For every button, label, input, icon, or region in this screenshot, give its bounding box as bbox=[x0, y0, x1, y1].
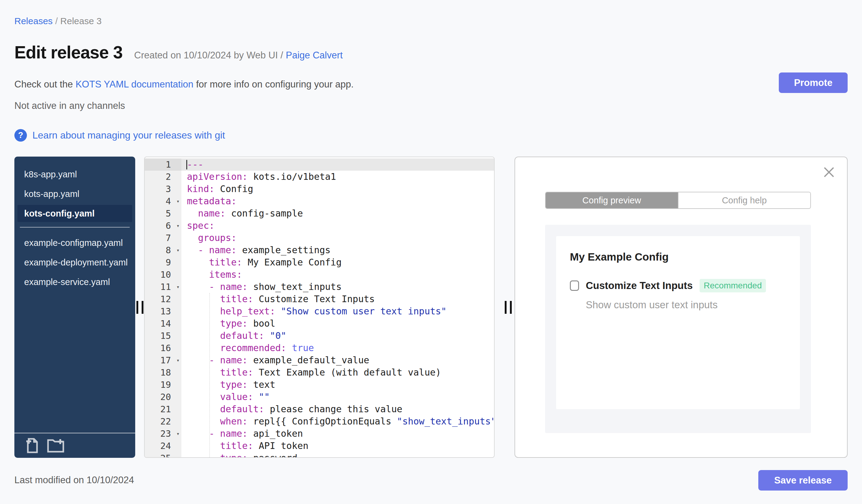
fold-arrow-icon[interactable]: ▾ bbox=[177, 220, 180, 232]
line-number: 10 bbox=[145, 268, 181, 281]
code-text: --- bbox=[181, 158, 494, 171]
config-preview-area: My Example Config Customize Text Inputs … bbox=[545, 225, 811, 433]
created-author-link[interactable]: Paige Calvert bbox=[286, 50, 343, 61]
line-number: 24 bbox=[145, 440, 181, 452]
promote-button[interactable]: Promote bbox=[779, 72, 848, 93]
code-line-21[interactable]: 21 default: please change this value bbox=[145, 403, 494, 415]
code-text: name: config-sample bbox=[181, 207, 494, 220]
code-line-10[interactable]: 10 items: bbox=[145, 268, 494, 281]
file-list-top: k8s-app.yamlkots-app.yamlkots-config.yam… bbox=[14, 166, 135, 222]
code-line-13[interactable]: 13 help_text: "Show custom user text inp… bbox=[145, 305, 494, 317]
code-text: when: repl{{ ConfigOptionEquals "show_te… bbox=[181, 415, 495, 427]
code-text: apiVersion: kots.io/v1beta1 bbox=[181, 171, 494, 183]
file-item-example-deployment.yaml[interactable]: example-deployment.yaml bbox=[17, 254, 132, 271]
config-group-card: My Example Config Customize Text Inputs … bbox=[556, 236, 800, 409]
channels-status: Not active in any channels bbox=[14, 100, 125, 111]
code-text: spec: bbox=[181, 220, 494, 232]
line-number: 5 bbox=[145, 207, 181, 220]
file-item-kots-config.yaml[interactable]: kots-config.yaml bbox=[17, 205, 132, 222]
code-line-16[interactable]: 16 recommended: true bbox=[145, 342, 494, 354]
line-number: 20 bbox=[145, 391, 181, 403]
fold-arrow-icon[interactable]: ▾ bbox=[177, 195, 180, 207]
title-row: Edit release 3 Created on 10/10/2024 by … bbox=[14, 42, 343, 62]
sidebar-divider bbox=[20, 227, 130, 227]
code-line-18[interactable]: 18 title: Text Example (with default val… bbox=[145, 367, 494, 379]
file-sidebar: k8s-app.yamlkots-app.yamlkots-config.yam… bbox=[14, 157, 135, 458]
code-line-6[interactable]: 6▾spec: bbox=[145, 220, 494, 232]
code-line-5[interactable]: 5 name: config-sample bbox=[145, 207, 494, 220]
line-number: 21 bbox=[145, 403, 181, 415]
line-number: 18 bbox=[145, 367, 181, 379]
code-line-3[interactable]: 3kind: Config bbox=[145, 183, 494, 195]
file-list-bottom: example-configmap.yamlexample-deployment… bbox=[14, 234, 135, 291]
indent-guide bbox=[209, 293, 210, 458]
code-text: title: My Example Config bbox=[181, 256, 494, 268]
code-text: default: "0" bbox=[181, 330, 494, 342]
file-item-k8s-app.yaml[interactable]: k8s-app.yaml bbox=[17, 166, 132, 183]
code-text: items: bbox=[181, 268, 494, 281]
fold-arrow-icon[interactable]: ▾ bbox=[177, 354, 180, 367]
file-item-example-service.yaml[interactable]: example-service.yaml bbox=[17, 274, 132, 291]
tab-config-help[interactable]: Config help bbox=[678, 193, 811, 208]
code-line-20[interactable]: 20 value: "" bbox=[145, 391, 494, 403]
file-item-example-configmap.yaml[interactable]: example-configmap.yaml bbox=[17, 234, 132, 251]
sidebar-resize-handle[interactable] bbox=[135, 157, 144, 458]
close-icon[interactable] bbox=[823, 167, 835, 178]
code-line-17[interactable]: 17▾ - name: example_default_value bbox=[145, 354, 494, 367]
line-number: 16 bbox=[145, 342, 181, 354]
code-line-25[interactable]: 25 type: password bbox=[145, 452, 494, 458]
code-text: title: Text Example (with default value) bbox=[181, 367, 494, 379]
code-line-23[interactable]: 23▾ - name: api_token bbox=[145, 427, 494, 440]
code-line-8[interactable]: 8▾ - name: example_settings bbox=[145, 244, 494, 256]
line-number: 4▾ bbox=[145, 195, 181, 207]
code-line-4[interactable]: 4▾metadata: bbox=[145, 195, 494, 207]
code-line-7[interactable]: 7 groups: bbox=[145, 232, 494, 244]
breadcrumb-releases-link[interactable]: Releases bbox=[14, 16, 53, 26]
add-folder-icon[interactable] bbox=[47, 438, 65, 453]
code-line-1[interactable]: 1--- bbox=[145, 158, 494, 171]
breadcrumb: Releases / Release 3 bbox=[14, 16, 102, 26]
workspace: k8s-app.yamlkots-app.yamlkots-config.yam… bbox=[14, 157, 848, 458]
code-text: - name: example_default_value bbox=[181, 354, 494, 367]
code-line-11[interactable]: 11▾ - name: show_text_inputs bbox=[145, 281, 494, 293]
code-text: recommended: true bbox=[181, 342, 494, 354]
file-item-kots-app.yaml[interactable]: kots-app.yaml bbox=[17, 185, 132, 202]
line-number: 14 bbox=[145, 317, 181, 330]
help-icon[interactable]: ? bbox=[14, 129, 27, 142]
code-text: - name: example_settings bbox=[181, 244, 494, 256]
fold-arrow-icon[interactable]: ▾ bbox=[177, 281, 180, 293]
code-line-24[interactable]: 24 title: API token bbox=[145, 440, 494, 452]
config-group-title: My Example Config bbox=[570, 251, 800, 263]
git-releases-link[interactable]: Learn about managing your releases with … bbox=[32, 130, 225, 141]
code-text: - name: show_text_inputs bbox=[181, 281, 494, 293]
code-line-22[interactable]: 22 when: repl{{ ConfigOptionEquals "show… bbox=[145, 415, 494, 427]
code-line-9[interactable]: 9 title: My Example Config bbox=[145, 256, 494, 268]
tab-config-preview[interactable]: Config preview bbox=[546, 193, 678, 208]
add-file-icon[interactable] bbox=[25, 438, 39, 453]
fold-arrow-icon[interactable]: ▾ bbox=[177, 427, 180, 440]
line-number: 19 bbox=[145, 379, 181, 391]
line-number: 7 bbox=[145, 232, 181, 244]
code-line-12[interactable]: 12 title: Customize Text Inputs bbox=[145, 293, 494, 305]
code-text: type: password bbox=[181, 452, 494, 458]
release-editor-page: Releases / Release 3 Edit release 3 Crea… bbox=[0, 0, 862, 504]
line-number: 15 bbox=[145, 330, 181, 342]
created-text: Created on 10/10/2024 by Web UI / Paige … bbox=[134, 50, 343, 61]
code-editor[interactable]: 1---2apiVersion: kots.io/v1beta13kind: C… bbox=[144, 157, 495, 458]
code-text: type: text bbox=[181, 379, 494, 391]
editor-resize-handle[interactable] bbox=[504, 157, 512, 458]
code-text: groups: bbox=[181, 232, 494, 244]
code-line-2[interactable]: 2apiVersion: kots.io/v1beta1 bbox=[145, 171, 494, 183]
customize-text-inputs-checkbox[interactable] bbox=[570, 280, 579, 291]
code-text: - name: api_token bbox=[181, 427, 494, 440]
config-preview-panel: Config previewConfig help My Example Con… bbox=[514, 157, 848, 458]
code-line-19[interactable]: 19 type: text bbox=[145, 379, 494, 391]
breadcrumb-current: Release 3 bbox=[60, 16, 102, 26]
docs-row: Check out the KOTS YAML documentation fo… bbox=[14, 79, 354, 90]
fold-arrow-icon[interactable]: ▾ bbox=[177, 244, 180, 256]
save-release-button[interactable]: Save release bbox=[758, 470, 848, 491]
kots-yaml-docs-link[interactable]: KOTS YAML documentation bbox=[76, 79, 193, 90]
code-line-14[interactable]: 14 type: bool bbox=[145, 317, 494, 330]
line-number: 8▾ bbox=[145, 244, 181, 256]
code-line-15[interactable]: 15 default: "0" bbox=[145, 330, 494, 342]
